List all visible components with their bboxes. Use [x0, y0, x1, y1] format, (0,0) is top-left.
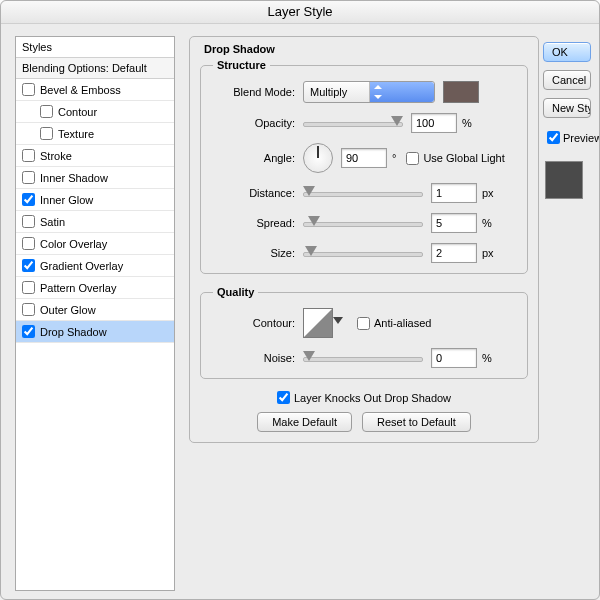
shadow-color-swatch[interactable] [443, 81, 479, 103]
angle-dial[interactable] [303, 143, 333, 173]
use-global-light-input[interactable] [406, 152, 419, 165]
size-slider[interactable] [303, 246, 423, 260]
sidebar-item-drop-shadow[interactable]: Drop Shadow [16, 321, 174, 343]
blend-mode-value: Multiply [304, 86, 369, 98]
blend-mode-select[interactable]: Multiply [303, 81, 435, 103]
opacity-unit: % [462, 117, 472, 129]
knockout-checkbox[interactable]: Layer Knocks Out Drop Shadow [277, 391, 451, 404]
anti-aliased-input[interactable] [357, 317, 370, 330]
sidebar-item-color-overlay[interactable]: Color Overlay [16, 233, 174, 255]
opacity-input[interactable] [411, 113, 457, 133]
use-global-light-checkbox[interactable]: Use Global Light [406, 152, 504, 165]
ok-button[interactable]: OK [543, 42, 591, 62]
blending-options-row[interactable]: Blending Options: Default [16, 58, 174, 79]
noise-label: Noise: [213, 352, 303, 364]
sidebar-item-label: Pattern Overlay [40, 282, 116, 294]
knockout-label: Layer Knocks Out Drop Shadow [294, 392, 451, 404]
sidebar-item-outer-glow[interactable]: Outer Glow [16, 299, 174, 321]
sidebar-item-satin[interactable]: Satin [16, 211, 174, 233]
sidebar-item-gradient-overlay[interactable]: Gradient Overlay [16, 255, 174, 277]
noise-slider[interactable] [303, 351, 423, 365]
sidebar-item-stroke[interactable]: Stroke [16, 145, 174, 167]
structure-group: Structure Blend Mode: Multiply Opacity: [200, 59, 528, 274]
size-input[interactable] [431, 243, 477, 263]
dialog-buttons: OK Cancel New Style... Preview [539, 36, 585, 591]
anti-aliased-checkbox[interactable]: Anti-aliased [357, 317, 431, 330]
sidebar-item-label: Stroke [40, 150, 72, 162]
quality-group: Quality Contour: Anti-aliased [200, 286, 528, 379]
distance-label: Distance: [213, 187, 303, 199]
use-global-light-label: Use Global Light [423, 152, 504, 164]
panel-title: Drop Shadow [200, 43, 279, 55]
spread-input[interactable] [431, 213, 477, 233]
structure-legend: Structure [213, 59, 270, 71]
window-title: Layer Style [1, 1, 599, 24]
styles-sidebar: Styles Blending Options: Default Bevel &… [15, 36, 175, 591]
sidebar-item-checkbox[interactable] [22, 281, 35, 294]
sidebar-item-checkbox[interactable] [22, 215, 35, 228]
reset-default-button[interactable]: Reset to Default [362, 412, 471, 432]
sidebar-item-checkbox[interactable] [22, 149, 35, 162]
sidebar-item-inner-glow[interactable]: Inner Glow [16, 189, 174, 211]
sidebar-item-checkbox[interactable] [22, 83, 35, 96]
sidebar-item-pattern-overlay[interactable]: Pattern Overlay [16, 277, 174, 299]
sidebar-item-texture[interactable]: Texture [16, 123, 174, 145]
sidebar-item-checkbox[interactable] [22, 237, 35, 250]
sidebar-item-checkbox[interactable] [40, 105, 53, 118]
sidebar-item-inner-shadow[interactable]: Inner Shadow [16, 167, 174, 189]
spread-slider[interactable] [303, 216, 423, 230]
angle-label: Angle: [213, 152, 303, 164]
sidebar-item-label: Gradient Overlay [40, 260, 123, 272]
sidebar-item-label: Inner Glow [40, 194, 93, 206]
new-style-button[interactable]: New Style... [543, 98, 591, 118]
sidebar-item-contour[interactable]: Contour [16, 101, 174, 123]
sidebar-item-label: Outer Glow [40, 304, 96, 316]
sidebar-item-checkbox[interactable] [22, 303, 35, 316]
sidebar-item-checkbox[interactable] [22, 259, 35, 272]
noise-input[interactable] [431, 348, 477, 368]
contour-label: Contour: [213, 317, 303, 329]
quality-legend: Quality [213, 286, 258, 298]
knockout-input[interactable] [277, 391, 290, 404]
preview-input[interactable] [547, 131, 560, 144]
make-default-button[interactable]: Make Default [257, 412, 352, 432]
sidebar-item-checkbox[interactable] [40, 127, 53, 140]
preview-checkbox[interactable]: Preview [543, 128, 599, 147]
spread-unit: % [482, 217, 492, 229]
cancel-button[interactable]: Cancel [543, 70, 591, 90]
sidebar-item-checkbox[interactable] [22, 325, 35, 338]
opacity-slider[interactable] [303, 116, 403, 130]
blend-mode-label: Blend Mode: [213, 86, 303, 98]
size-unit: px [482, 247, 494, 259]
distance-unit: px [482, 187, 494, 199]
sidebar-item-label: Bevel & Emboss [40, 84, 121, 96]
sidebar-item-label: Drop Shadow [40, 326, 107, 338]
angle-input[interactable] [341, 148, 387, 168]
sidebar-item-checkbox[interactable] [22, 171, 35, 184]
sidebar-item-label: Texture [58, 128, 94, 140]
spread-label: Spread: [213, 217, 303, 229]
distance-slider[interactable] [303, 186, 423, 200]
sidebar-item-bevel-emboss[interactable]: Bevel & Emboss [16, 79, 174, 101]
preview-swatch [545, 161, 583, 199]
distance-input[interactable] [431, 183, 477, 203]
drop-shadow-group: Drop Shadow Structure Blend Mode: Multip… [189, 36, 539, 443]
size-label: Size: [213, 247, 303, 259]
sidebar-item-label: Satin [40, 216, 65, 228]
layer-style-window: Layer Style Styles Blending Options: Def… [0, 0, 600, 600]
preview-label: Preview [563, 132, 599, 144]
select-arrows-icon [369, 82, 435, 102]
angle-unit: ° [392, 152, 396, 164]
sidebar-item-checkbox[interactable] [22, 193, 35, 206]
sidebar-header[interactable]: Styles [16, 37, 174, 58]
anti-aliased-label: Anti-aliased [374, 317, 431, 329]
opacity-label: Opacity: [213, 117, 303, 129]
sidebar-item-label: Contour [58, 106, 97, 118]
sidebar-item-label: Color Overlay [40, 238, 107, 250]
noise-unit: % [482, 352, 492, 364]
contour-picker[interactable] [303, 308, 333, 338]
sidebar-item-label: Inner Shadow [40, 172, 108, 184]
